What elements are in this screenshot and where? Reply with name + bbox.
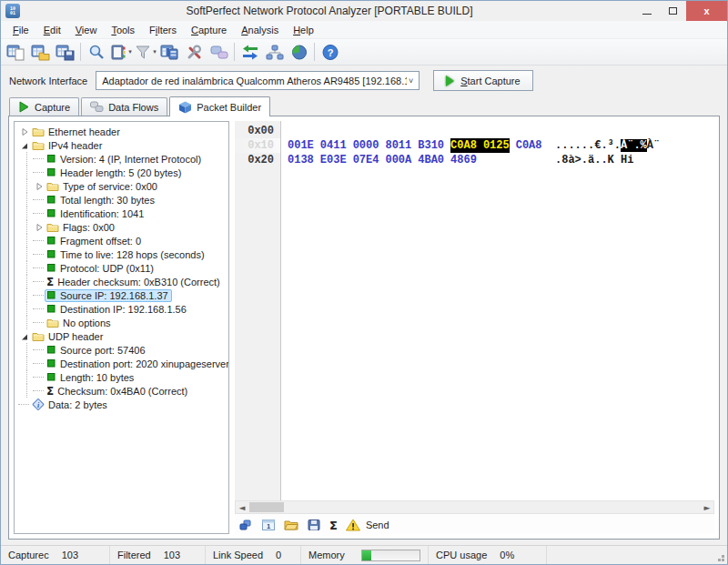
open-folder-icon[interactable] xyxy=(284,519,298,531)
blocks-icon[interactable] xyxy=(238,519,253,531)
tree-item[interactable]: ΣHeader checksum: 0xB310 (Correct) xyxy=(15,275,228,288)
hex-bytes[interactable]: 0138E03E07E4000A4BA04869 xyxy=(280,153,483,167)
collapse-icon[interactable] xyxy=(18,330,30,342)
hex-group[interactable]: 0138 xyxy=(288,153,314,167)
dropdown-arrow-icon[interactable]: ▾ xyxy=(153,48,157,55)
tree-item[interactable]: Header length: 5 (20 bytes) xyxy=(15,166,228,179)
find-table-button[interactable] xyxy=(157,41,182,63)
hex-group[interactable]: 0000 xyxy=(353,138,379,153)
minimize-button[interactable] xyxy=(633,1,660,21)
hex-group[interactable]: 4BA0 xyxy=(418,153,444,167)
tree-item[interactable]: Fragment offset: 0 xyxy=(15,234,228,247)
chat-button[interactable] xyxy=(207,41,231,63)
hex-row[interactable]: 0x10001E041100008011B310C0A80125C0A8....… xyxy=(235,138,714,153)
resize-grip[interactable] xyxy=(722,559,724,561)
tree-item[interactable]: Length: 10 bytes xyxy=(15,370,228,384)
hex-group[interactable]: 001E xyxy=(288,138,314,153)
dropdown-arrow-icon[interactable]: ▾ xyxy=(128,48,132,55)
save-capture-button[interactable] xyxy=(53,41,77,63)
hex-toolbar: 1ΣSend xyxy=(235,514,714,534)
tree-item-label: Length: 10 bytes xyxy=(60,372,134,383)
network-interface-select[interactable]: Adaptador de red inalámbrica Qualcomm At… xyxy=(96,71,420,90)
menu-help[interactable]: Help xyxy=(286,23,321,37)
tree-item[interactable]: Destination port: 2020 xinupageserver xyxy=(15,357,228,370)
tab-capture[interactable]: Capture xyxy=(9,97,79,116)
save-icon[interactable] xyxy=(307,519,321,531)
tree-item[interactable]: Destination IP: 192.168.1.56 xyxy=(15,302,228,316)
hex-group[interactable]: C0A8 xyxy=(450,138,483,153)
tree-item[interactable]: Source port: 57406 xyxy=(15,343,228,357)
start-capture-button[interactable]: Start Capture xyxy=(433,70,532,91)
menu-analysis[interactable]: Analysis xyxy=(234,23,286,37)
tree-item[interactable]: Flags: 0x00 xyxy=(15,220,228,234)
horizontal-scrollbar[interactable]: ◄ ► xyxy=(235,500,714,514)
hex-group[interactable]: 8011 xyxy=(385,138,411,153)
new-packet-button[interactable] xyxy=(4,41,28,63)
hex-group[interactable]: 4869 xyxy=(450,153,477,167)
hex-row[interactable]: 0x00 xyxy=(235,124,714,138)
tree-item[interactable]: Version: 4 (IP, Internet Protocol) xyxy=(15,152,228,166)
tree-item[interactable]: Identification: 1041 xyxy=(15,207,228,220)
scrollbar-thumb[interactable] xyxy=(249,502,284,512)
menu-filters[interactable]: Filters xyxy=(142,23,184,37)
search-button[interactable] xyxy=(84,41,108,63)
tree-item[interactable]: Total length: 30 bytes xyxy=(15,193,228,207)
tab-label: Data Flows xyxy=(108,102,158,113)
ascii-column[interactable]: .8à>.ä..K Hi xyxy=(555,153,633,167)
menu-view[interactable]: View xyxy=(68,23,105,37)
tree-guide xyxy=(18,234,33,247)
hex-group[interactable]: 0125 xyxy=(483,138,510,153)
expand-icon[interactable] xyxy=(33,221,45,233)
send-button-label[interactable]: Send xyxy=(366,520,389,530)
sigma-icon[interactable]: Σ xyxy=(329,519,338,532)
tree-guide xyxy=(18,288,33,302)
menu-tools[interactable]: Tools xyxy=(104,23,142,37)
tree-item[interactable]: Ethernet header xyxy=(15,125,228,138)
hex-row[interactable]: 0x200138E03E07E4000A4BA04869.8à>.ä..K Hi xyxy=(235,153,714,167)
settings-button[interactable] xyxy=(182,41,207,63)
scroll-left-icon[interactable]: ◄ xyxy=(236,503,248,512)
tree-item[interactable]: UDP header xyxy=(15,329,228,343)
cube-icon xyxy=(178,101,192,114)
expand-icon[interactable] xyxy=(33,180,45,192)
hex-group[interactable]: 0411 xyxy=(320,138,347,153)
pie-chart-button[interactable] xyxy=(287,41,311,63)
hex-bytes[interactable]: 001E041100008011B310C0A80125C0A8 xyxy=(280,138,549,153)
filter-button[interactable]: ▾ xyxy=(133,41,157,63)
status-value: 103 xyxy=(62,550,78,560)
collapse-icon[interactable] xyxy=(18,139,30,151)
network-button[interactable] xyxy=(262,41,287,63)
tab-packet-builder[interactable]: Packet Builder xyxy=(169,96,270,116)
tree-item[interactable]: Time to live: 128 hops (seconds) xyxy=(15,247,228,261)
hex-group[interactable]: C0A8 xyxy=(516,138,542,153)
tree-item[interactable]: ΣChecksum: 0x4BA0 (Correct) xyxy=(15,384,228,398)
hex-bytes[interactable] xyxy=(280,124,288,138)
hex-group[interactable]: 000A xyxy=(385,153,411,167)
address-book-button[interactable]: ▾ xyxy=(108,41,133,63)
tree-item[interactable]: No options xyxy=(15,316,228,329)
tab-data-flows[interactable]: Data Flows xyxy=(81,97,167,116)
menu-capture[interactable]: Capture xyxy=(184,23,234,37)
warning-icon[interactable] xyxy=(346,519,360,531)
maximize-button[interactable] xyxy=(660,1,686,21)
open-capture-button[interactable] xyxy=(28,41,53,63)
tree-item[interactable]: Protocol: UDP (0x11) xyxy=(15,261,228,275)
field-bullet-icon xyxy=(46,304,56,314)
tree-item[interactable]: iData: 2 bytes xyxy=(15,398,228,411)
tree-item[interactable]: IPv4 header xyxy=(15,138,228,152)
flows-button[interactable] xyxy=(238,41,262,63)
ascii-column[interactable]: ......€.³.À¨.%À¨ xyxy=(555,138,660,153)
help-button[interactable]: ? xyxy=(318,41,342,63)
counter-icon[interactable]: 1 xyxy=(261,519,276,531)
tree-item[interactable]: Source IP: 192.168.1.37 xyxy=(15,288,228,302)
menu-edit[interactable]: Edit xyxy=(36,23,68,37)
scroll-right-icon[interactable]: ► xyxy=(701,503,713,512)
hex-rows[interactable]: 0x000x10001E041100008011B310C0A80125C0A8… xyxy=(235,121,714,500)
menu-file[interactable]: File xyxy=(5,23,36,37)
expand-icon[interactable] xyxy=(18,126,30,137)
close-button[interactable]: x xyxy=(686,1,727,21)
tree-item[interactable]: Type of service: 0x00 xyxy=(15,179,228,193)
hex-group[interactable]: 07E4 xyxy=(353,153,379,167)
hex-group[interactable]: B310 xyxy=(418,138,444,153)
hex-group[interactable]: E03E xyxy=(320,153,347,167)
